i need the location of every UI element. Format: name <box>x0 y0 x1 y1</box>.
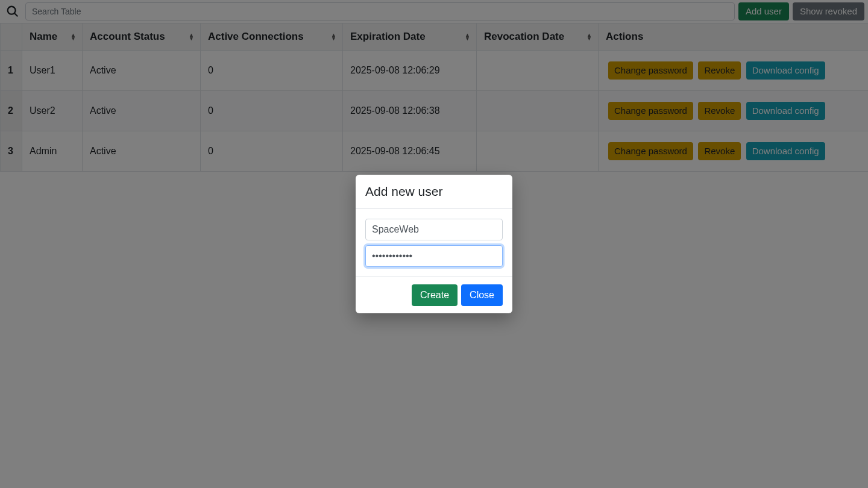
modal-body <box>356 209 512 277</box>
close-button[interactable]: Close <box>461 284 503 305</box>
username-input[interactable] <box>365 219 503 240</box>
add-user-modal: Add new user Create Close <box>356 175 512 313</box>
password-input[interactable] <box>365 245 503 267</box>
modal-footer: Create Close <box>356 277 512 313</box>
modal-backdrop[interactable]: Add new user Create Close <box>0 0 868 488</box>
create-button[interactable]: Create <box>412 284 458 305</box>
modal-title: Add new user <box>356 175 512 209</box>
